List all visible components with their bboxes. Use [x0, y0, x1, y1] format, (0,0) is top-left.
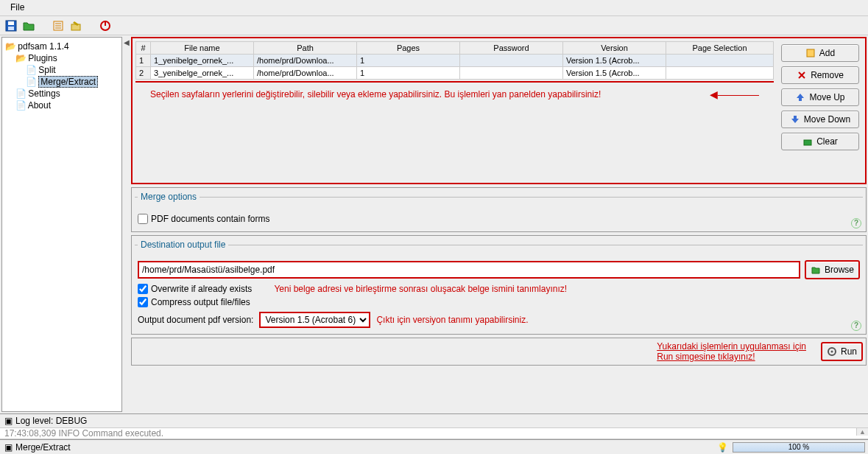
chevron-left-icon: ◀	[124, 38, 130, 46]
remove-button[interactable]: Remove	[781, 66, 859, 84]
folder-icon	[811, 265, 821, 275]
menu-file[interactable]: File	[4, 1, 30, 14]
svg-rect-10	[807, 49, 814, 57]
svg-rect-7	[71, 24, 80, 30]
svg-rect-1	[8, 21, 14, 25]
clear-icon	[802, 136, 813, 147]
page-icon: 📄	[26, 65, 36, 75]
compress-checkbox[interactable]: Compress output file/files	[138, 296, 860, 309]
annotation-run: Yukarıdaki işlemlerin uygulanması için R…	[657, 341, 806, 362]
bulb-icon[interactable]: 💡	[713, 442, 733, 453]
tree-split[interactable]: 📄 Split	[5, 64, 119, 76]
toolbar	[0, 16, 868, 35]
remove-icon	[797, 70, 807, 80]
version-select[interactable]: Version 1.5 (Acrobat 6)	[259, 312, 370, 328]
page-icon: 📄	[15, 88, 26, 99]
log-icon[interactable]	[52, 19, 65, 32]
tree-plugins[interactable]: 📂 Plugins	[5, 52, 119, 64]
arrow-left-icon: ◀————	[710, 88, 759, 100]
svg-point-15	[830, 351, 833, 353]
add-icon	[805, 48, 816, 58]
merge-options-title: Merge options	[138, 192, 200, 202]
col-filename[interactable]: File name	[151, 42, 254, 55]
destination-input[interactable]	[138, 261, 800, 279]
table-row[interactable]: 1 1_yenibelge_ornek_... /home/prd/Downlo…	[136, 55, 774, 67]
svg-rect-13	[804, 140, 811, 145]
browse-button[interactable]: Browse	[805, 260, 860, 279]
page-icon: 📄	[15, 100, 26, 111]
folder-open-icon: 📂	[15, 53, 26, 63]
overwrite-checkbox[interactable]: Overwrite if already exists	[138, 282, 252, 296]
table-row[interactable]: 2 3_yenibelge_ornek_... /home/prd/Downlo…	[136, 67, 774, 80]
save-icon[interactable]	[4, 19, 18, 32]
arrow-up-icon	[795, 92, 805, 102]
statusbar: ▣ Merge/Extract 💡 100 %	[0, 439, 868, 454]
move-down-button[interactable]: Move Down	[781, 111, 859, 128]
log-level-bar[interactable]: ▣ Log level: DEBUG	[0, 413, 868, 427]
scroll-up-icon[interactable]: ▲	[856, 428, 868, 436]
annotation-files: Seçilen sayfaların yerlerini değiştirebi…	[135, 83, 774, 106]
run-button[interactable]: Run	[821, 342, 863, 361]
col-password[interactable]: Password	[460, 42, 563, 55]
col-num[interactable]: #	[136, 42, 151, 55]
page-icon: 📄	[26, 77, 36, 87]
log-line: 17:43:08,309 INFO Command executed. ▲	[0, 427, 868, 439]
move-up-button[interactable]: Move Up	[781, 88, 859, 106]
files-table: # File name Path Pages Password Version …	[135, 41, 774, 80]
col-pagesel[interactable]: Page Selection	[666, 42, 774, 55]
tree-panel: 📂 pdfsam 1.1.4 📂 Plugins 📄 Split 📄 Merge…	[1, 37, 122, 412]
tree-merge-extract[interactable]: 📄 Merge/Extract	[5, 76, 119, 88]
status-icon: ▣	[4, 442, 13, 453]
col-version[interactable]: Version	[563, 42, 666, 55]
progress-bar: 100 %	[733, 442, 865, 453]
clear-log-icon[interactable]	[69, 19, 82, 32]
collapse-icon[interactable]: ▣	[4, 416, 13, 426]
clear-button[interactable]: Clear	[781, 133, 859, 150]
gear-icon	[827, 346, 837, 357]
tree-settings[interactable]: 📄 Settings	[5, 88, 119, 99]
col-path[interactable]: Path	[254, 42, 357, 55]
open-icon[interactable]	[22, 19, 35, 32]
exit-icon[interactable]	[99, 19, 112, 32]
arrow-down-icon	[790, 114, 800, 125]
splitter[interactable]: ◀	[124, 35, 130, 413]
help-icon[interactable]: ?	[851, 218, 861, 228]
tree-about[interactable]: 📄 About	[5, 99, 119, 111]
col-pages[interactable]: Pages	[357, 42, 460, 55]
svg-rect-2	[8, 27, 14, 30]
destination-title: Destination output file	[138, 240, 228, 250]
tree-root[interactable]: 📂 pdfsam 1.1.4	[5, 41, 119, 52]
add-button[interactable]: Add	[781, 44, 859, 62]
annotation-destination: Yeni belge adresi ve birleştirme sonrası…	[274, 284, 567, 294]
version-label: Output document pdf version:	[138, 315, 253, 325]
file-buttons: Add Remove Move Up Move Down Clear	[778, 41, 862, 180]
help-icon[interactable]: ?	[851, 321, 861, 331]
forms-checkbox[interactable]: PDF documents contain forms	[138, 212, 860, 226]
status-tab: Merge/Extract	[15, 442, 71, 453]
folder-open-icon: 📂	[5, 41, 15, 52]
annotation-version: Çıktı için versiyon tanımı yapabilirsini…	[376, 315, 528, 325]
log-level-label: Log level: DEBUG	[15, 416, 87, 426]
